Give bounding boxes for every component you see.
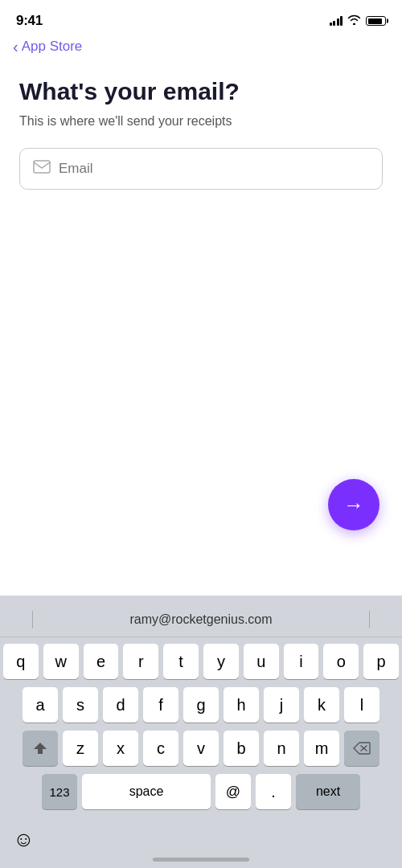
key-y[interactable]: y [203, 644, 239, 679]
email-icon [33, 160, 51, 178]
next-button[interactable]: → [328, 479, 379, 530]
back-button[interactable]: ‹ App Store [13, 39, 82, 55]
back-label: App Store [22, 39, 83, 55]
key-h[interactable]: h [224, 687, 259, 723]
keyboard-row-2: a s d f g h j k l [3, 687, 399, 723]
key-s[interactable]: s [63, 687, 98, 723]
wifi-icon [347, 14, 361, 27]
key-space[interactable]: space [82, 774, 211, 809]
svg-rect-0 [34, 161, 50, 173]
page-subtitle: This is where we'll send your receipts [19, 114, 383, 129]
key-c[interactable]: c [143, 731, 178, 766]
key-l[interactable]: l [344, 687, 379, 723]
key-z[interactable]: z [63, 731, 98, 766]
autocomplete-bar[interactable]: ramy@rocketgenius.com [0, 602, 402, 637]
main-content: What's your email? This is where we'll s… [0, 61, 402, 190]
key-k[interactable]: k [304, 687, 339, 723]
keyboard-row-4: 123 space @ . next [3, 774, 399, 809]
key-t[interactable]: t [163, 644, 199, 679]
battery-icon [366, 16, 386, 26]
key-v[interactable]: v [183, 731, 219, 766]
key-d[interactable]: d [103, 687, 138, 723]
key-123[interactable]: 123 [42, 774, 77, 809]
key-x[interactable]: x [103, 731, 138, 766]
email-input[interactable] [59, 161, 369, 177]
key-e[interactable]: e [84, 644, 119, 679]
autocomplete-divider-left [32, 611, 33, 628]
nav-bar: ‹ App Store [0, 35, 402, 61]
keyboard-row-1: q w e r t y u i o p [3, 644, 399, 679]
key-n[interactable]: n [264, 731, 299, 766]
key-m[interactable]: m [304, 731, 339, 766]
status-bar: 9:41 [0, 0, 402, 35]
emoji-button[interactable]: ☺ [13, 827, 35, 852]
status-icons [330, 14, 387, 27]
key-p[interactable]: p [363, 644, 399, 679]
page-title: What's your email? [19, 77, 383, 106]
key-w[interactable]: w [43, 644, 79, 679]
key-next[interactable]: next [296, 774, 360, 809]
keyboard-rows: q w e r t y u i o p a s d f g h j k l [0, 637, 402, 821]
key-o[interactable]: o [323, 644, 359, 679]
key-r[interactable]: r [123, 644, 158, 679]
signal-icon [330, 16, 343, 26]
autocomplete-divider-right [369, 611, 370, 628]
home-indicator [153, 858, 249, 862]
key-a[interactable]: a [23, 687, 58, 723]
key-j[interactable]: j [264, 687, 299, 723]
key-dot[interactable]: . [256, 774, 291, 809]
key-backspace[interactable] [344, 731, 379, 766]
back-chevron-icon: ‹ [13, 39, 18, 55]
email-input-container[interactable] [19, 148, 383, 190]
key-f[interactable]: f [143, 687, 178, 723]
key-q[interactable]: q [3, 644, 39, 679]
autocomplete-suggestion[interactable]: ramy@rocketgenius.com [129, 612, 272, 627]
key-b[interactable]: b [224, 731, 259, 766]
key-u[interactable]: u [244, 644, 279, 679]
arrow-right-icon: → [343, 493, 364, 518]
key-shift[interactable] [23, 731, 58, 766]
key-g[interactable]: g [183, 687, 219, 723]
status-time: 9:41 [16, 13, 43, 29]
keyboard: ramy@rocketgenius.com q w e r t y u i o … [0, 596, 402, 868]
key-i[interactable]: i [284, 644, 319, 679]
keyboard-row-3: z x c v b n m [3, 731, 399, 766]
key-at[interactable]: @ [215, 774, 251, 809]
